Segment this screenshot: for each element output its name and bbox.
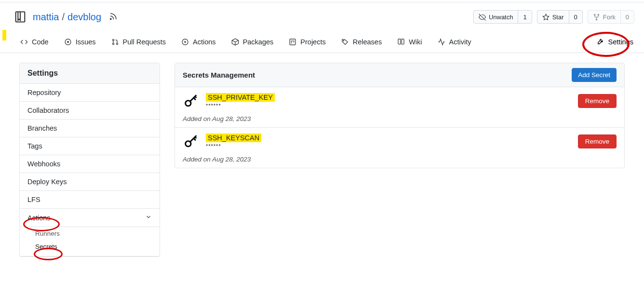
svg-rect-13 bbox=[290, 39, 295, 45]
svg-point-8 bbox=[112, 39, 114, 40]
issue-icon bbox=[64, 38, 72, 46]
fork-label: Fork bbox=[603, 13, 616, 21]
secrets-panel: Secrets Management Add Secret SSH_PRIVAT… bbox=[174, 63, 625, 168]
secret-mask: ****** bbox=[206, 143, 571, 149]
tag-icon bbox=[341, 38, 349, 46]
fork-count: 0 bbox=[621, 13, 634, 21]
tab-releases[interactable]: Releases bbox=[340, 34, 383, 53]
sidebar-item-actions[interactable]: Actions bbox=[20, 209, 160, 227]
secret-body: SSH_KEYSCAN ****** bbox=[206, 134, 571, 149]
star-pill: Star 0 bbox=[537, 10, 583, 24]
secret-added-on: Added on Aug 28, 2023 bbox=[183, 115, 617, 122]
svg-point-14 bbox=[343, 40, 344, 41]
svg-point-3 bbox=[594, 14, 595, 15]
svg-point-5 bbox=[596, 19, 597, 20]
package-icon bbox=[231, 38, 239, 46]
svg-marker-12 bbox=[185, 40, 187, 43]
tab-code[interactable]: Code bbox=[19, 34, 50, 53]
unwatch-label: Unwatch bbox=[489, 13, 513, 21]
sidebar-item-repository[interactable]: Repository bbox=[20, 84, 160, 102]
sidebar-item-collaborators[interactable]: Collaborators bbox=[20, 102, 160, 120]
secret-row: SSH_PRIVATE_KEY ****** Remove Added on A… bbox=[175, 87, 624, 128]
sidebar-item-webhooks[interactable]: Webhooks bbox=[20, 155, 160, 173]
svg-point-1 bbox=[110, 18, 111, 19]
panel-title: Secrets Management bbox=[183, 71, 255, 79]
repo-icon bbox=[13, 10, 27, 24]
main-content: Secrets Management Add Secret SSH_PRIVAT… bbox=[174, 63, 625, 257]
tab-activity[interactable]: Activity bbox=[437, 34, 472, 53]
unwatch-button[interactable]: Unwatch bbox=[474, 11, 519, 23]
star-icon bbox=[542, 13, 550, 21]
rss-icon[interactable] bbox=[109, 12, 118, 22]
breadcrumb: mattia / devblog bbox=[33, 12, 101, 23]
sidebar-item-tags[interactable]: Tags bbox=[20, 137, 160, 155]
project-icon bbox=[289, 38, 296, 46]
breadcrumb-separator: / bbox=[62, 12, 65, 23]
settings-layout: Settings Repository Collaborators Branch… bbox=[0, 53, 644, 267]
tab-wiki-label: Wiki bbox=[409, 38, 422, 46]
tab-settings[interactable]: Settings bbox=[596, 34, 634, 53]
svg-point-7 bbox=[67, 41, 68, 43]
tab-activity-label: Activity bbox=[449, 38, 471, 46]
svg-marker-2 bbox=[543, 14, 549, 20]
tab-issues[interactable]: Issues bbox=[63, 34, 97, 53]
play-circle-icon bbox=[181, 38, 189, 46]
key-icon bbox=[183, 134, 199, 150]
annotation-yellow-strip bbox=[2, 30, 6, 40]
unwatch-count: 1 bbox=[518, 13, 531, 21]
sidebar-item-deploy-keys[interactable]: Deploy Keys bbox=[20, 173, 160, 191]
add-secret-button[interactable]: Add Secret bbox=[572, 68, 617, 82]
tab-code-label: Code bbox=[32, 38, 49, 46]
tab-actions-label: Actions bbox=[193, 38, 216, 46]
sidebar-header: Settings bbox=[20, 63, 160, 84]
tab-pulls[interactable]: Pull Requests bbox=[110, 34, 167, 53]
sidebar-item-lfs[interactable]: LFS bbox=[20, 191, 160, 209]
secret-mask: ****** bbox=[206, 103, 571, 108]
sidebar-sub-secrets[interactable]: Secrets bbox=[20, 240, 160, 253]
panel-header: Secrets Management Add Secret bbox=[175, 63, 624, 87]
secret-body: SSH_PRIVATE_KEY ****** bbox=[206, 93, 571, 108]
star-label: Star bbox=[552, 13, 564, 21]
fork-button[interactable]: Fork bbox=[588, 11, 621, 23]
git-fork-icon bbox=[593, 13, 600, 21]
remove-secret-button[interactable]: Remove bbox=[578, 94, 617, 108]
repo-header: mattia / devblog Unwatch 1 Star 0 Fork bbox=[0, 2, 644, 24]
git-pull-icon bbox=[111, 38, 119, 46]
settings-sidebar: Settings Repository Collaborators Branch… bbox=[19, 63, 160, 257]
tab-projects-label: Projects bbox=[300, 38, 325, 46]
key-icon bbox=[183, 93, 199, 109]
sidebar-item-branches[interactable]: Branches bbox=[20, 120, 160, 137]
breadcrumb-repo[interactable]: devblog bbox=[67, 12, 101, 23]
remove-secret-button[interactable]: Remove bbox=[578, 134, 617, 148]
secret-name: SSH_PRIVATE_KEY bbox=[206, 93, 275, 102]
code-icon bbox=[20, 38, 28, 46]
secret-name: SSH_KEYSCAN bbox=[206, 134, 261, 142]
svg-point-9 bbox=[112, 43, 114, 44]
secret-added-on: Added on Aug 28, 2023 bbox=[183, 156, 617, 163]
star-count: 0 bbox=[569, 13, 582, 21]
sidebar-item-actions-label: Actions bbox=[27, 214, 51, 222]
svg-point-10 bbox=[116, 43, 118, 44]
activity-icon bbox=[438, 38, 445, 46]
eye-off-icon bbox=[479, 13, 486, 21]
repo-action-group: Unwatch 1 Star 0 Fork 0 bbox=[473, 10, 634, 24]
tools-icon bbox=[597, 38, 604, 46]
sidebar-sub-runners[interactable]: Runners bbox=[20, 227, 160, 240]
book-icon bbox=[397, 38, 405, 46]
tab-pulls-label: Pull Requests bbox=[123, 38, 166, 46]
unwatch-pill: Unwatch 1 bbox=[473, 10, 532, 24]
svg-point-4 bbox=[598, 14, 599, 15]
secret-row: SSH_KEYSCAN ****** Remove Added on Aug 2… bbox=[175, 128, 624, 168]
tab-wiki[interactable]: Wiki bbox=[396, 34, 423, 53]
tab-actions[interactable]: Actions bbox=[180, 34, 217, 53]
tab-settings-label: Settings bbox=[608, 38, 633, 46]
breadcrumb-owner[interactable]: mattia bbox=[33, 12, 59, 23]
fork-pill: Fork 0 bbox=[588, 10, 634, 24]
tab-projects[interactable]: Projects bbox=[288, 34, 326, 53]
star-button[interactable]: Star bbox=[537, 11, 569, 23]
repo-tabs: Code Issues Pull Requests Actions Packag… bbox=[0, 27, 644, 53]
tab-packages[interactable]: Packages bbox=[230, 34, 275, 53]
chevron-down-icon bbox=[145, 214, 152, 222]
tab-releases-label: Releases bbox=[353, 38, 382, 46]
tab-issues-label: Issues bbox=[76, 38, 96, 46]
